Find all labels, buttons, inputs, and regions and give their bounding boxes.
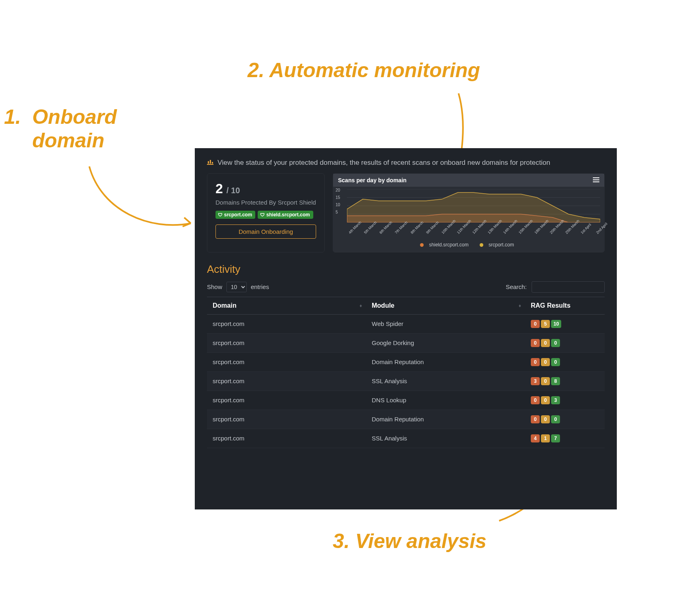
table-row[interactable]: srcport.comSSL Analysis308 xyxy=(207,371,605,391)
legend-dot-icon xyxy=(420,243,424,247)
domains-total: / 10 xyxy=(226,186,240,195)
x-axis-tick: 12th March xyxy=(472,229,477,235)
rag-amber-badge: 0 xyxy=(541,396,550,404)
column-header-domain[interactable]: Domain ♦ xyxy=(207,297,366,314)
x-axis-tick: 10th March xyxy=(441,229,446,235)
x-axis-tick: 9th March xyxy=(425,229,431,235)
cell-domain: srcport.com xyxy=(207,391,366,410)
domain-badge[interactable]: 🛡 srcport.com xyxy=(215,211,255,219)
cell-domain: srcport.com xyxy=(207,410,366,429)
cell-rag: 000 xyxy=(525,352,605,371)
cell-module: Domain Reputation xyxy=(366,352,525,371)
x-axis-tick: 18th March xyxy=(534,229,539,235)
callout-automatic-monitoring: 2. Automatic monitoring xyxy=(248,59,480,82)
x-axis-tick: 11th March xyxy=(456,229,462,235)
cell-domain: srcport.com xyxy=(207,314,366,333)
x-axis-tick: 2nd April xyxy=(595,229,601,235)
svg-rect-3 xyxy=(212,162,213,164)
rag-amber-badge: 0 xyxy=(541,415,550,423)
cell-module: Web Spider xyxy=(366,314,525,333)
rag-red-badge: 0 xyxy=(531,339,540,347)
activity-heading: Activity xyxy=(207,263,605,276)
domain-onboarding-button[interactable]: Domain Onboarding xyxy=(215,224,316,239)
table-row[interactable]: srcport.comWeb Spider0510 xyxy=(207,314,605,333)
x-axis-tick: 13th March xyxy=(487,229,493,235)
arrow-to-onboard xyxy=(77,162,199,244)
column-header-label: Domain xyxy=(213,302,237,309)
table-row[interactable]: srcport.comGoogle Dorking000 xyxy=(207,333,605,352)
table-row[interactable]: srcport.comDomain Reputation000 xyxy=(207,352,605,371)
legend-label: shield.srcport.com xyxy=(429,242,468,248)
chart-title: Scans per day by domain xyxy=(338,177,407,183)
rag-red-badge: 0 xyxy=(531,396,540,404)
legend-label: srcport.com xyxy=(489,242,514,248)
chart-menu-icon[interactable] xyxy=(593,177,599,183)
cell-rag: 000 xyxy=(525,333,605,352)
x-axis-tick: 5th March xyxy=(363,229,369,235)
rag-red-badge: 0 xyxy=(531,320,540,328)
x-axis-tick: 20th March xyxy=(549,229,555,235)
cell-rag: 417 xyxy=(525,429,605,448)
cell-domain: srcport.com xyxy=(207,352,366,371)
x-axis-tick: 7th March xyxy=(394,229,400,235)
column-header-label: Module xyxy=(372,302,394,309)
rag-amber-badge: 0 xyxy=(541,358,550,366)
rag-green-badge: 3 xyxy=(551,396,560,404)
rag-amber-badge: 0 xyxy=(541,339,550,347)
cell-rag: 0510 xyxy=(525,314,605,333)
cell-module: SSL Analysis xyxy=(366,429,525,448)
column-header-rag[interactable]: RAG Results xyxy=(525,297,605,314)
domains-protected-card: 2 / 10 Domains Protected By Srcport Shie… xyxy=(207,173,325,252)
search-label: Search: xyxy=(506,283,527,290)
rag-green-badge: 8 xyxy=(551,377,560,385)
scans-area-chart xyxy=(347,189,600,222)
search-input[interactable] xyxy=(532,281,605,293)
rag-amber-badge: 5 xyxy=(541,320,550,328)
shield-icon: 🛡 xyxy=(218,212,222,217)
domain-badge[interactable]: 🛡 shield.srcport.com xyxy=(258,211,313,219)
x-axis-tick: 14th March xyxy=(502,229,508,235)
show-label: Show xyxy=(207,283,222,290)
svg-rect-0 xyxy=(207,164,213,165)
table-row[interactable]: srcport.comDomain Reputation000 xyxy=(207,410,605,429)
scans-chart-card: Scans per day by domain 20 15 10 5 xyxy=(333,173,605,252)
cell-domain: srcport.com xyxy=(207,371,366,391)
chart-x-axis-labels: 4th March5th March6th March7th March8th … xyxy=(347,224,600,236)
rag-red-badge: 3 xyxy=(531,377,540,385)
entries-control: Show 10 entries xyxy=(207,282,269,292)
cell-rag: 000 xyxy=(525,410,605,429)
rag-green-badge: 0 xyxy=(551,415,560,423)
cell-module: SSL Analysis xyxy=(366,371,525,391)
table-row[interactable]: srcport.comDNS Lookup003 xyxy=(207,391,605,410)
rag-amber-badge: 0 xyxy=(541,377,550,385)
x-axis-tick: 15th March xyxy=(518,229,523,235)
intro-text-row: View the status of your protected domain… xyxy=(207,159,605,167)
column-header-module[interactable]: Module ♦ xyxy=(366,297,525,314)
domain-badge-label: shield.srcport.com xyxy=(266,212,310,218)
intro-text: View the status of your protected domain… xyxy=(218,159,550,167)
entries-select[interactable]: 10 xyxy=(226,282,247,292)
cell-rag: 003 xyxy=(525,391,605,410)
column-header-label: RAG Results xyxy=(531,302,571,309)
rag-green-badge: 7 xyxy=(551,434,560,442)
domain-badge-label: srcport.com xyxy=(224,212,252,218)
rag-green-badge: 0 xyxy=(551,339,560,347)
rag-green-badge: 0 xyxy=(551,358,560,366)
rag-red-badge: 0 xyxy=(531,415,540,423)
svg-rect-1 xyxy=(208,161,209,164)
bar-chart-icon xyxy=(207,159,213,166)
callout-view-analysis: 3. View analysis xyxy=(333,530,487,553)
cell-domain: srcport.com xyxy=(207,429,366,448)
rag-red-badge: 0 xyxy=(531,358,540,366)
dashboard-panel: View the status of your protected domain… xyxy=(195,148,617,509)
x-axis-tick: 8th March xyxy=(410,229,416,235)
entries-label: entries xyxy=(251,283,269,290)
rag-green-badge: 10 xyxy=(551,320,561,328)
callout-onboard-domain: 1. Onboard domain xyxy=(4,106,117,152)
table-row[interactable]: srcport.comSSL Analysis417 xyxy=(207,429,605,448)
activity-table: Domain ♦ Module ♦ RAG Results srcport.co… xyxy=(207,297,605,448)
cell-module: Domain Reputation xyxy=(366,410,525,429)
svg-rect-2 xyxy=(210,160,211,164)
search-control: Search: xyxy=(506,281,605,293)
x-axis-tick: 25th March xyxy=(564,229,570,235)
